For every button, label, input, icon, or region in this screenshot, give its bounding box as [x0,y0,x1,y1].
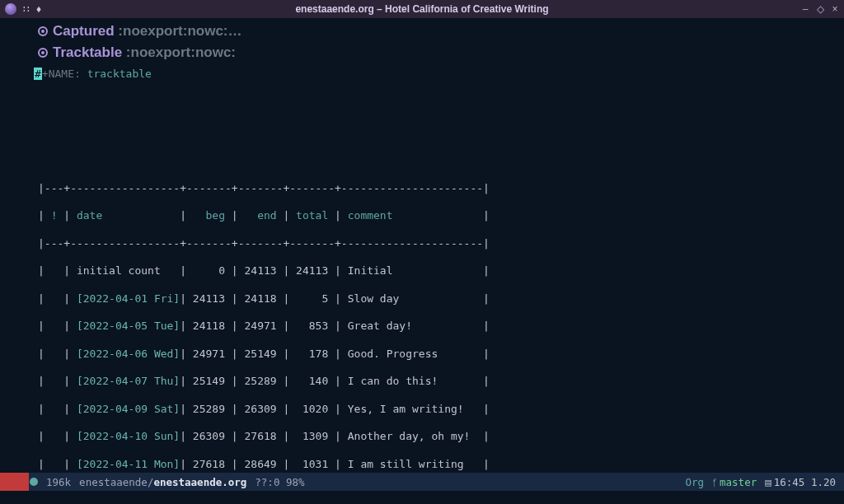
modeline-indicator [0,473,29,491]
table-row[interactable]: | | [2022-04-05 Tue]| 24118 | 24971 | 85… [38,312,841,340]
close-icon[interactable]: × [831,5,839,13]
modeline-major-mode: Org [685,476,704,488]
modeline-size: 196k [46,476,71,488]
window-title: enestaaende.org – Hotel California of Cr… [54,3,790,15]
titlebar-glyph-diamond: ♦ [36,3,41,15]
org-name-directive[interactable]: #+NAME: tracktable [34,68,841,80]
table-row[interactable]: | | [2022-04-01 Fri]| 24113 | 24118 | 5 … [38,285,841,313]
table-row[interactable]: | | [2022-04-09 Sat]| 25289 | 26309 | 10… [38,395,841,423]
table-row[interactable]: | | [2022-04-11 Mon]| 27618 | 28649 | 10… [38,450,841,473]
cursor: # [34,68,42,80]
table-row[interactable]: | | [2022-04-10 Sun]| 26309 | 27618 | 13… [38,422,841,450]
table-row[interactable]: | | [2022-04-07 Thu]| 25149 | 25289 | 14… [38,367,841,395]
editor-viewport[interactable]: Captured :noexport:nowc:… Tracktable :no… [0,18,844,473]
table-row[interactable]: |---+-----------------+-------+-------+-… [38,230,841,258]
directive-keyword: +NAME: [42,68,81,80]
heading-tags: :noexport:nowc:… [118,23,241,39]
branch-icon [712,476,720,488]
heading-captured[interactable]: Captured :noexport:nowc:… [38,23,841,40]
bullet-icon [38,48,48,58]
modeline-position: ??:0 98% [255,476,304,488]
heading-tags: :noexport:nowc: [126,44,236,60]
titlebar: ∷ ♦ enestaaende.org – Hotel California o… [0,0,844,18]
modeline: 196k enestaaende/enestaaende.org ??:0 98… [0,473,844,491]
titlebar-right: – ◇ × [790,5,839,13]
modeline-path: enestaaende/enestaaende.org [79,476,246,488]
emacs-icon [5,3,16,15]
heading-tracktable[interactable]: Tracktable :noexport:nowc: [38,44,841,61]
titlebar-left: ∷ ♦ [5,3,54,15]
table-row[interactable]: | | [2022-04-06 Wed]| 24971 | 25149 | 17… [38,340,841,368]
modeline-time: 16:45 1.20 [765,476,836,488]
directive-value: tracktable [87,68,152,80]
table-row[interactable]: | | initial count | 0 | 24113 | 24113 | … [38,257,841,285]
heading-text: Tracktable :noexport:nowc: [53,44,236,61]
table-row[interactable]: | ! | date | beg | end | total | comment… [38,202,841,230]
bullet-icon [38,26,48,36]
maximize-icon[interactable]: ◇ [816,5,824,13]
modeline-vcs-branch: master [712,476,757,488]
table-row[interactable]: |---+-----------------+-------+-------+-… [38,175,841,203]
heading-text: Captured :noexport:nowc:… [53,23,242,40]
minibuffer[interactable] [0,491,844,504]
minimize-icon[interactable]: – [801,5,809,13]
modeline-dot-icon [30,478,38,486]
org-table[interactable]: |---+-----------------+-------+-------+-… [38,91,841,473]
clock-icon [765,476,774,488]
titlebar-glyph-dots: ∷ [23,3,30,15]
